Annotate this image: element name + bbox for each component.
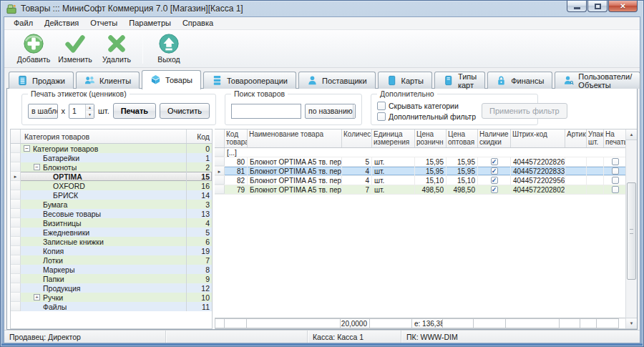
checkbox-icon[interactable] — [377, 112, 386, 121]
expander-minus-icon[interactable]: − — [34, 164, 40, 170]
table-row[interactable]: 80Блокнот OPTIMA А5 тв. пер. 80л. 20282 … — [215, 157, 625, 167]
tab-users[interactable]: Пользователи/Объекты — [555, 72, 640, 89]
menu-item-help[interactable]: Справка — [177, 17, 219, 29]
tree-node-code: 12 — [186, 283, 212, 293]
close-button[interactable]: ✕ — [608, 1, 638, 12]
tab-sales[interactable]: Продажи — [9, 72, 74, 89]
print-checkbox[interactable] — [612, 186, 619, 193]
maximize-icon — [595, 4, 601, 9]
tab-cards[interactable]: Карты — [378, 72, 432, 89]
print-checkbox[interactable] — [612, 158, 619, 165]
tree-row[interactable]: Продукция12 — [11, 283, 212, 293]
tree-row[interactable]: −Категории товаров0 — [11, 144, 212, 153]
tree-row[interactable]: Весовые товары13 — [11, 209, 212, 218]
tree-row[interactable]: OXFORD16 — [11, 181, 212, 190]
checkbox-icon[interactable] — [377, 102, 386, 110]
column-header-wholesale[interactable]: Цена оптовая — [447, 129, 478, 147]
column-header-retail[interactable]: Цена розничн — [415, 129, 447, 147]
toolbar-delete-button[interactable]: Удалить — [96, 30, 137, 67]
expander-minus-icon[interactable]: − — [24, 145, 30, 152]
toolbar-edit-button[interactable]: Изменить — [54, 30, 96, 67]
maximize-button[interactable] — [587, 1, 608, 12]
cell-unit: шт. — [372, 185, 415, 194]
tree-row[interactable]: Папки9 — [11, 274, 212, 283]
plus-circle-icon — [23, 33, 44, 54]
toolbar-exit-button[interactable]: Выход — [148, 30, 190, 67]
column-header-code[interactable]: Код — [186, 129, 212, 143]
table-row[interactable]: 82Блокнот OPTIMA А5 тв. пер. 80л. 20295 … — [215, 176, 625, 185]
column-header-category[interactable]: Категория товаров — [21, 129, 186, 143]
minimize-button[interactable] — [567, 1, 587, 12]
tree-row[interactable]: БРИСК14 — [11, 190, 212, 200]
tree-row[interactable]: −Блокноты2 — [11, 162, 212, 172]
column-header-pack[interactable]: Упак. шт. — [587, 129, 604, 147]
extra-filter-checkbox-row[interactable]: Дополнительный фильтр — [377, 112, 476, 121]
spin-down-icon[interactable] — [86, 111, 94, 118]
menu-item-parameters[interactable]: Параметры — [123, 17, 177, 29]
column-header-article[interactable]: Артику. — [565, 129, 587, 147]
print-checkbox[interactable] — [612, 177, 619, 184]
menu-item-file[interactable]: Файл — [8, 17, 39, 29]
tree-row[interactable]: OPTIMA15 — [11, 172, 212, 181]
menu-item-reports[interactable]: Отчеты — [84, 17, 123, 29]
column-header-code[interactable]: Код товара — [225, 129, 248, 147]
cell-unit: шт. — [372, 157, 415, 166]
tree-node-code: 0 — [186, 144, 212, 153]
tab-suppliers[interactable]: Поставщики — [298, 72, 376, 89]
vertical-scrollbar[interactable] — [625, 129, 637, 328]
column-header-unit[interactable]: Единица измерения — [372, 129, 415, 147]
tab-goods[interactable]: Товары — [142, 70, 201, 89]
group-row[interactable]: [...] — [215, 148, 625, 157]
tree-row[interactable]: Ежедневники5 — [11, 228, 212, 237]
copies-stepper[interactable]: 1 — [69, 104, 94, 119]
cell-article — [565, 167, 587, 175]
sales-list-icon — [17, 75, 28, 86]
label-template-select[interactable]: в шаблон xls (розн. ц — [28, 104, 58, 119]
column-header-discount[interactable]: Наличие скидки — [478, 129, 511, 147]
summary-cell-qty: 20,0000 — [340, 318, 370, 328]
tree-row[interactable]: Батарейки1 — [11, 153, 212, 162]
column-header-barcode[interactable]: Штрих-код — [511, 129, 565, 147]
column-header-name[interactable]: Наименование товара — [248, 129, 342, 147]
table-row[interactable]: 81Блокнот OPTIMA А5 тв. пер. 80л. 20283 … — [215, 167, 625, 176]
scroll-down-icon[interactable] — [626, 318, 637, 328]
tab-clients[interactable]: Клиенты — [76, 72, 140, 89]
column-header-qty[interactable]: Количес — [342, 129, 372, 147]
discount-checkbox[interactable] — [491, 158, 498, 165]
tree-row[interactable]: Визитницы4 — [11, 218, 212, 228]
apply-filter-button[interactable]: Применить фильтр — [482, 103, 567, 119]
tree-row[interactable]: Лотки7 — [11, 255, 212, 265]
tree-row[interactable]: Копия19 — [11, 246, 212, 255]
discount-checkbox[interactable] — [491, 177, 498, 184]
tab-card-types[interactable]: Типы карт — [434, 72, 485, 89]
search-mode-select[interactable]: по названию — [305, 104, 356, 119]
discount-checkbox[interactable] — [491, 167, 498, 175]
summary-cell-barcode — [505, 318, 560, 328]
tab-operations[interactable]: Товарооперации — [203, 72, 296, 89]
toolbar-add-button[interactable]: Добавить — [13, 30, 54, 67]
search-input[interactable] — [231, 104, 301, 119]
tree-row[interactable]: +Ручки10 — [11, 293, 212, 302]
column-header-print[interactable]: На печать — [604, 129, 627, 147]
cell-code: 82 — [225, 176, 248, 185]
spin-up-icon[interactable] — [86, 104, 94, 112]
tree-row[interactable]: Файлы11 — [11, 302, 212, 311]
scroll-up-icon[interactable] — [626, 129, 637, 140]
table-row[interactable]: 79Блокнот OPTIMA А5 тв. пер. 80л. 20280 … — [215, 185, 625, 195]
print-checkbox[interactable] — [612, 167, 619, 175]
print-button[interactable]: Печать — [113, 103, 156, 119]
clear-button[interactable]: Очистить — [160, 103, 210, 119]
category-tree-panel: Категория товаров Код −Категории товаров… — [10, 129, 213, 329]
tree-node-label: Батарейки — [43, 154, 79, 162]
tree-node-code: 5 — [186, 228, 212, 237]
tab-finance[interactable]: Финансы — [487, 72, 552, 89]
expander-plus-icon[interactable]: + — [34, 294, 40, 300]
tree-row[interactable]: Маркеры8 — [11, 265, 212, 274]
tree-node-code: 16 — [186, 181, 212, 190]
menu-item-actions[interactable]: Действия — [39, 17, 84, 29]
scrollbar-thumb[interactable] — [627, 182, 636, 280]
hide-categories-checkbox-row[interactable]: Скрывать категории — [377, 102, 476, 110]
tree-row[interactable]: Бумага3 — [11, 200, 212, 209]
discount-checkbox[interactable] — [491, 186, 498, 193]
tree-row[interactable]: Записные книжки6 — [11, 237, 212, 246]
